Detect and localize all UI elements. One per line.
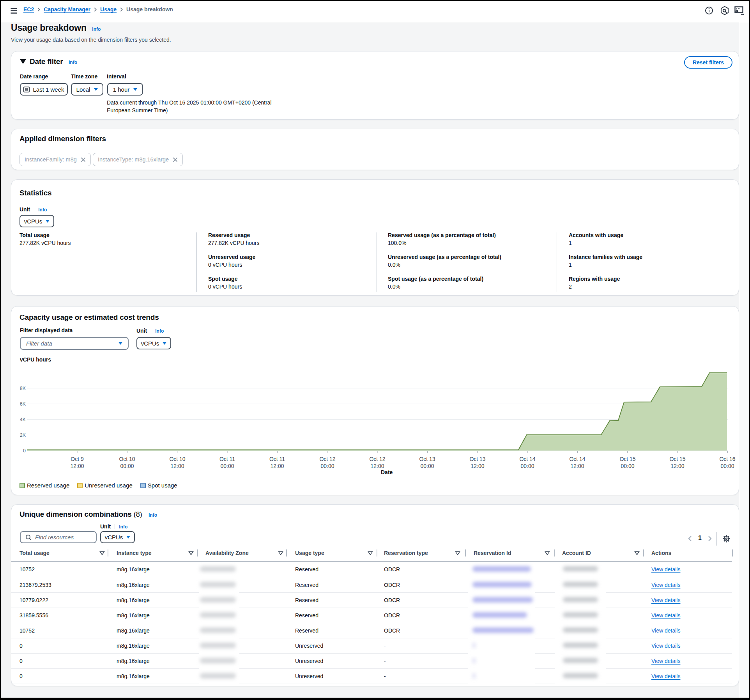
svg-text:Oct 12: Oct 12	[369, 456, 385, 462]
svg-text:0: 0	[23, 448, 26, 454]
svg-text:8K: 8K	[20, 386, 26, 391]
svg-text:12:00: 12:00	[471, 463, 484, 469]
svg-text:00:00: 00:00	[520, 463, 534, 469]
svg-text:Oct 11: Oct 11	[269, 456, 285, 462]
svg-text:Oct 14: Oct 14	[519, 456, 535, 462]
svg-text:12:00: 12:00	[370, 463, 384, 469]
svg-text:00:00: 00:00	[420, 463, 434, 469]
svg-text:2K: 2K	[20, 432, 26, 438]
svg-text:00:00: 00:00	[720, 463, 734, 469]
svg-text:Oct 15: Oct 15	[669, 456, 685, 462]
svg-text:Oct 14: Oct 14	[569, 456, 585, 462]
svg-text:Oct 10: Oct 10	[119, 456, 135, 462]
svg-text:00:00: 00:00	[120, 463, 134, 469]
svg-text:12:00: 12:00	[670, 463, 684, 469]
svg-text:12:00: 12:00	[70, 463, 84, 469]
svg-text:Oct 13: Oct 13	[419, 456, 435, 462]
svg-text:4K: 4K	[20, 417, 26, 422]
svg-text:12:00: 12:00	[170, 463, 184, 469]
svg-text:Oct 12: Oct 12	[319, 456, 335, 462]
svg-text:00:00: 00:00	[320, 463, 334, 469]
svg-text:Oct 13: Oct 13	[469, 456, 485, 462]
svg-text:Oct 10: Oct 10	[169, 456, 185, 462]
svg-text:12:00: 12:00	[270, 463, 284, 469]
svg-text:6K: 6K	[20, 401, 26, 407]
svg-text:Oct 9: Oct 9	[71, 456, 84, 462]
svg-text:Oct 15: Oct 15	[619, 456, 635, 462]
svg-text:Oct 11: Oct 11	[219, 456, 235, 462]
svg-text:00:00: 00:00	[621, 463, 634, 469]
svg-text:00:00: 00:00	[220, 463, 234, 469]
svg-text:12:00: 12:00	[570, 463, 584, 469]
svg-text:Oct 16: Oct 16	[719, 456, 735, 462]
